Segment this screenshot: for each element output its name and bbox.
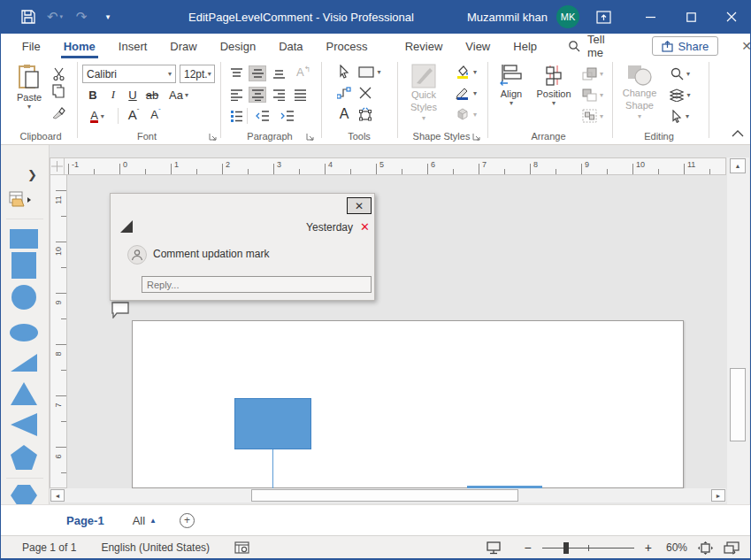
tab-home[interactable]: Home: [52, 34, 107, 58]
redo-icon[interactable]: ↷: [68, 0, 95, 34]
italic-button[interactable]: I: [104, 87, 122, 103]
stencil-shape-pentagon[interactable]: [9, 444, 41, 472]
horizontal-scrollbar[interactable]: ◄ ►: [50, 488, 726, 502]
stencil-shape-ellipse[interactable]: [9, 319, 41, 348]
line-color-button[interactable]: ▾: [450, 85, 482, 101]
copy-button[interactable]: [50, 83, 67, 99]
connection-point-tool-button[interactable]: [356, 85, 374, 101]
underline-button[interactable]: U: [124, 87, 142, 103]
stencil-shape-square[interactable]: [9, 252, 41, 280]
ribbon-display-options-icon[interactable]: [586, 0, 621, 34]
close-pane-icon[interactable]: ✕: [741, 39, 751, 53]
collapse-ribbon-icon[interactable]: [732, 129, 747, 142]
change-shape-button[interactable]: Change Shape ▾: [617, 64, 663, 120]
bring-forward-button[interactable]: ▾: [578, 65, 608, 81]
tab-view[interactable]: View: [454, 34, 502, 58]
stencil-shape-circle[interactable]: [9, 284, 41, 312]
align-middle-button[interactable]: [249, 65, 266, 81]
bullets-button[interactable]: [227, 108, 245, 124]
send-backward-button[interactable]: ▾: [578, 87, 608, 103]
select-button[interactable]: ▾: [666, 108, 694, 124]
comment-indicator-icon[interactable]: [111, 302, 129, 318]
bold-button[interactable]: B: [84, 87, 102, 103]
tab-data[interactable]: Data: [267, 34, 314, 58]
font-name-select[interactable]: Calibri▾: [82, 65, 176, 83]
connector-tool-button[interactable]: [335, 85, 353, 101]
text-tool-button[interactable]: A: [335, 106, 353, 122]
find-button[interactable]: ▾: [666, 65, 694, 81]
horizontal-scrollbar-thumb[interactable]: [251, 489, 518, 502]
fill-color-button[interactable]: ▾: [450, 64, 482, 80]
shape-styles-dialog-launcher-icon[interactable]: [472, 133, 481, 142]
minimize-button[interactable]: [630, 0, 671, 34]
zoom-slider-thumb[interactable]: [563, 542, 569, 554]
canvas-shape-rectangle[interactable]: [234, 398, 311, 449]
strikethrough-button[interactable]: ab: [143, 87, 161, 103]
language-status[interactable]: English (United States): [101, 541, 210, 554]
decrease-indent-button[interactable]: [254, 108, 272, 124]
presentation-mode-icon[interactable]: [486, 541, 502, 555]
share-button[interactable]: Share: [652, 36, 719, 56]
customize-qat-icon[interactable]: ▾: [95, 0, 121, 34]
shrink-font-button[interactable]: Aˇ: [147, 106, 165, 122]
vertical-scrollbar[interactable]: ▲ ▼: [727, 157, 749, 560]
scroll-up-icon[interactable]: ▲: [730, 158, 746, 173]
align-center-button[interactable]: [249, 87, 266, 103]
maximize-button[interactable]: [671, 0, 711, 34]
tab-review[interactable]: Review: [394, 34, 455, 58]
effects-button[interactable]: ▾: [450, 106, 482, 122]
stencil-shape-left-triangle[interactable]: [9, 411, 41, 440]
text-block-tool-button[interactable]: [356, 106, 374, 122]
position-button[interactable]: Position ▾: [533, 64, 574, 107]
stencil-shape-rectangle[interactable]: [9, 226, 41, 254]
grow-font-button[interactable]: Aˆ: [125, 106, 142, 122]
increase-indent-button[interactable]: [279, 108, 296, 124]
group-button[interactable]: ▾: [578, 108, 608, 124]
pointer-tool-button[interactable]: [335, 64, 353, 80]
align-button[interactable]: Align ▾: [493, 64, 530, 107]
font-color-button[interactable]: A ▾: [84, 108, 111, 124]
all-pages-button[interactable]: All▲: [133, 514, 157, 527]
change-case-button[interactable]: Aa▾: [165, 87, 192, 103]
tab-file[interactable]: File: [11, 34, 52, 58]
comment-reply-input[interactable]: [142, 276, 372, 293]
add-page-button[interactable]: +: [180, 513, 195, 528]
cut-button[interactable]: [50, 65, 67, 81]
align-top-button[interactable]: [227, 65, 245, 81]
avatar[interactable]: MK: [556, 5, 579, 28]
expand-shapes-pane-icon[interactable]: ❯: [27, 168, 37, 181]
switch-windows-icon[interactable]: [724, 541, 740, 555]
layers-button[interactable]: ▾: [666, 87, 694, 103]
tab-draw[interactable]: Draw: [158, 34, 208, 58]
comment-close-button[interactable]: ✕: [347, 197, 372, 214]
tab-process[interactable]: Process: [315, 34, 379, 58]
align-left-button[interactable]: [227, 87, 245, 103]
align-right-button[interactable]: [270, 87, 287, 103]
page-tab-page1[interactable]: Page-1: [66, 514, 104, 527]
scroll-right-icon[interactable]: ►: [711, 489, 725, 502]
save-icon[interactable]: [15, 0, 42, 34]
stencil-shape-right-triangle[interactable]: [9, 349, 41, 377]
vertical-scrollbar-thumb[interactable]: [730, 368, 746, 441]
zoom-level[interactable]: 60%: [666, 541, 687, 554]
tab-help[interactable]: Help: [502, 34, 548, 58]
page-count-status[interactable]: Page 1 of 1: [22, 541, 76, 554]
zoom-slider[interactable]: [542, 541, 634, 554]
text-direction-button[interactable]: A↰: [295, 64, 312, 80]
zoom-in-button[interactable]: +: [645, 541, 652, 555]
scroll-left-icon[interactable]: ◄: [50, 489, 65, 502]
zoom-out-button[interactable]: −: [525, 541, 532, 555]
font-dialog-launcher-icon[interactable]: [209, 133, 218, 142]
stencil-window-icon[interactable]: [9, 191, 32, 209]
canvas-connector-line[interactable]: [272, 449, 273, 488]
user-name[interactable]: Muzammil khan: [467, 11, 548, 24]
font-size-select[interactable]: 12pt.▾: [180, 65, 215, 83]
tell-me-box[interactable]: Tell me: [568, 33, 618, 59]
tab-design[interactable]: Design: [209, 34, 267, 58]
format-painter-button[interactable]: [50, 104, 67, 120]
quick-styles-button[interactable]: Quick Styles ▾: [402, 64, 445, 122]
fit-page-icon[interactable]: [698, 541, 713, 555]
tab-insert[interactable]: Insert: [107, 34, 159, 58]
stencil-shape-triangle[interactable]: [9, 380, 41, 409]
paragraph-dialog-launcher-icon[interactable]: [306, 133, 315, 142]
